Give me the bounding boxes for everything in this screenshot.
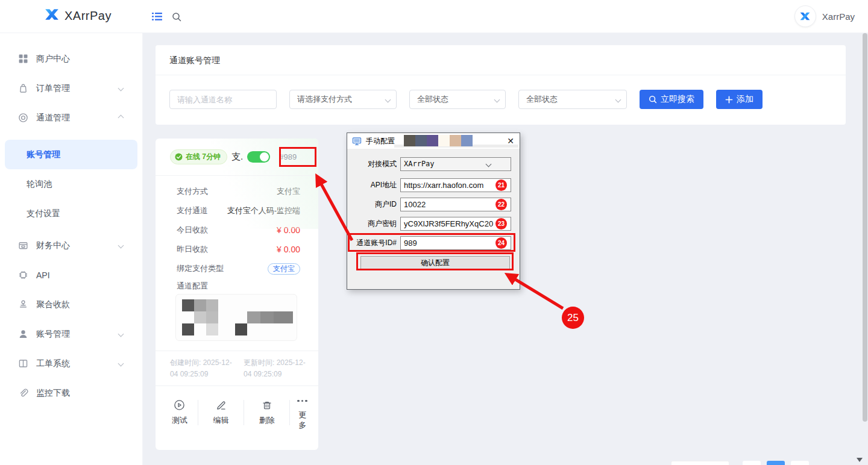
channel-account-id-input[interactable] [400, 236, 511, 250]
user-icon [18, 329, 28, 339]
updated-at: 更新时间: 2025-12-04 09:25:09 [244, 357, 311, 379]
chevron-down-icon [118, 86, 124, 92]
sidebar-item-label: 轮询池 [27, 179, 137, 190]
collapse-menu-icon[interactable] [152, 12, 162, 23]
chevron-down-icon [385, 96, 391, 102]
add-button-label: 添加 [737, 94, 753, 105]
pagination-page[interactable] [743, 461, 761, 465]
sidebar-item-channel-management[interactable]: 通道管理 [5, 103, 137, 133]
field-label: 支付通道 [177, 205, 208, 216]
sidebar-item-label: 通道管理 [36, 113, 111, 123]
confirm-config-button[interactable]: 确认配置 [360, 256, 510, 269]
sidebar-item-label: 商户中心 [36, 54, 137, 64]
scrollbar-down-arrow[interactable] [857, 458, 863, 462]
sidebar-item-account-management[interactable]: 账号管理 [5, 140, 137, 169]
field-label: 支付方式 [177, 186, 208, 197]
mode-label: 对接模式 [347, 157, 397, 171]
monitor-icon [352, 137, 362, 146]
page-title: 通道账号管理 [156, 45, 846, 75]
mode-row: 对接模式 XArrPay [347, 157, 520, 171]
sidebar-item-label: 账号管理 [36, 329, 111, 340]
sidebar-item-payment-settings[interactable]: 支付设置 [5, 199, 137, 228]
action-label: 测试 [172, 415, 187, 426]
step-badge-24: 24 [495, 237, 507, 249]
plus-icon [725, 96, 733, 104]
logo-text: XArrPay [64, 9, 112, 23]
chip-icon [18, 270, 28, 280]
ellipsis-icon [297, 395, 307, 406]
field-value: 支付宝 [277, 186, 300, 197]
action-label: 编辑 [213, 415, 229, 426]
app-logo: XArrPay [44, 8, 112, 23]
config-label: 通道配置 [156, 278, 318, 294]
toggle-knob [260, 152, 269, 161]
chevron-up-icon [118, 115, 124, 121]
manual-config-dialog: 手动配置 ✕ 对接模式 XArrPay API地址 21 商户ID 22 商户密… [347, 133, 520, 290]
channel-title-truncated: 支. [231, 151, 243, 163]
sidebar-item-label: 财务中心 [36, 240, 111, 251]
action-label: 更多 [298, 410, 307, 430]
merchant-id-label: 商户ID [347, 198, 397, 211]
sidebar-item-label: 账号管理 [27, 149, 137, 160]
sidebar-item-label: 订单管理 [36, 83, 111, 94]
channel-card: 在线 7分钟 支. #989 支付方式支付宝 支付通道支付宝个人码-监控端 今日… [156, 139, 318, 450]
sidebar-item-order-management[interactable]: 订单管理 [5, 73, 137, 103]
merchant-key-row: 商户密钥 23 [347, 217, 520, 231]
channel-account-id-row: 通道账号ID# 24 [347, 236, 520, 250]
chevron-down-icon [118, 243, 124, 249]
pay-method-select[interactable]: 请选择支付方式 [289, 90, 397, 109]
pagination-page-active[interactable] [767, 461, 785, 465]
search-icon[interactable] [172, 12, 181, 24]
sidebar-item-monitor-download[interactable]: 监控下载 [5, 378, 137, 408]
sidebar-item-polling-pool[interactable]: 轮询池 [5, 169, 137, 199]
sidebar-item-ticket-system[interactable]: 工单系统 [5, 349, 137, 378]
channel-name-input[interactable] [169, 90, 277, 109]
filter-bar: 请选择支付方式 全部状态 全部状态 立即搜索 添加 [156, 75, 846, 109]
merchant-id-input[interactable] [400, 198, 511, 211]
bag-icon [18, 83, 28, 93]
scrollbar-thumb[interactable] [863, 33, 867, 422]
action-label: 删除 [259, 415, 275, 426]
online-status-badge: 在线 7分钟 [170, 149, 227, 164]
sidebar-item-api[interactable]: API [5, 260, 137, 290]
add-button[interactable]: 添加 [716, 90, 763, 109]
pay-method-value: 请选择支付方式 [297, 94, 352, 105]
play-circle-icon [174, 399, 185, 411]
enable-toggle[interactable] [247, 151, 270, 163]
field-row: 今日收款¥ 0.00 [156, 220, 318, 240]
top-header: XArrPay XarrPay [0, 0, 868, 33]
sidebar-item-account-management-2[interactable]: 账号管理 [5, 319, 137, 349]
user-menu[interactable]: XarrPay [794, 5, 855, 27]
sidebar: 商户中心 订单管理 通道管理 账号管理 轮询池 支付设置 财务中心 API 聚合… [0, 33, 143, 465]
api-url-row: API地址 21 [347, 178, 520, 192]
edit-button[interactable]: 编辑 [198, 400, 244, 426]
more-button[interactable]: 更多 [290, 395, 315, 430]
field-label: 今日收款 [177, 225, 208, 236]
sidebar-item-aggregate-collection[interactable]: 聚合收款 [5, 290, 137, 319]
mode-select[interactable]: XArrPay [400, 157, 511, 171]
check-circle-icon [175, 153, 183, 161]
api-url-input[interactable] [400, 178, 511, 192]
chevron-down-icon [615, 96, 621, 102]
search-now-button[interactable]: 立即搜索 [640, 90, 703, 109]
field-value: 支付宝个人码-监控端 [227, 205, 300, 216]
sidebar-item-label: API [36, 270, 137, 280]
dialog-title: 手动配置 [366, 136, 395, 146]
delete-button[interactable]: 删除 [244, 400, 289, 426]
step-circle-25: 25 [562, 307, 584, 329]
field-row: 绑定支付类型支付宝 [156, 259, 318, 278]
dialog-titlebar: 手动配置 ✕ [347, 133, 520, 149]
sidebar-item-merchant-center[interactable]: 商户中心 [5, 44, 137, 73]
status-select-2[interactable]: 全部状态 [518, 90, 627, 109]
test-button[interactable]: 测试 [162, 399, 198, 426]
sidebar-item-finance-center[interactable]: 财务中心 [5, 231, 137, 260]
status-select-1[interactable]: 全部状态 [409, 90, 506, 109]
field-row: 昨日收款¥ 0.00 [156, 240, 318, 259]
close-icon[interactable]: ✕ [507, 136, 514, 146]
chevron-down-icon [486, 161, 492, 167]
merchant-key-input[interactable] [400, 217, 511, 231]
page-size-select[interactable] [671, 461, 729, 465]
pagination-page[interactable] [791, 461, 809, 465]
field-label: 绑定支付类型 [177, 263, 224, 274]
aggregate-pay-icon [18, 299, 28, 310]
